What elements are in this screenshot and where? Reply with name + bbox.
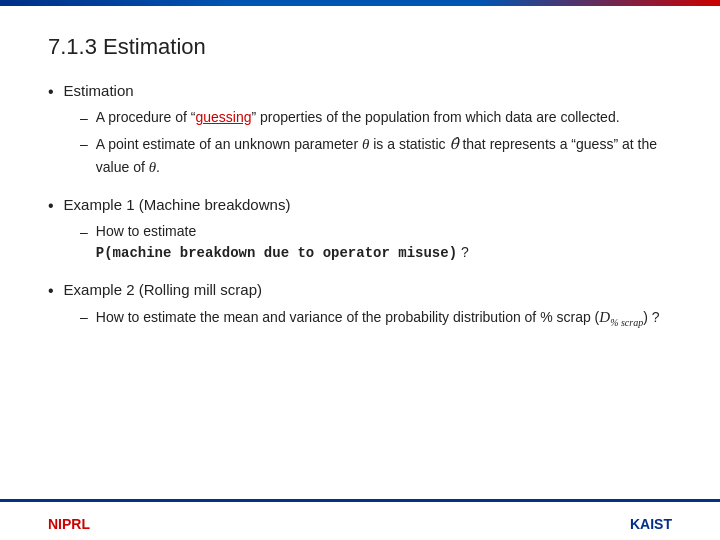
guessing-text: guessing: [195, 109, 251, 125]
slide: 7.1.3 Estimation • Estimation – A proced…: [0, 0, 720, 540]
dash-1a: –: [80, 108, 88, 129]
bullet-label-example1: Example 1 (Machine breakdowns): [64, 196, 291, 213]
bullet-main-example1: • Example 1 (Machine breakdowns): [48, 196, 672, 215]
dash-2a: –: [80, 222, 88, 243]
dash-1b: –: [80, 134, 88, 155]
sub-text-3a: How to estimate the mean and variance of…: [96, 306, 660, 330]
sub-bullet-1b: – A point estimate of an unknown paramet…: [80, 133, 672, 180]
sub-bullets-example2: – How to estimate the mean and variance …: [80, 306, 672, 330]
bullet-section-example2: • Example 2 (Rolling mill scrap) – How t…: [48, 281, 672, 330]
sub-bullet-3a: – How to estimate the mean and variance …: [80, 306, 672, 330]
bullet-dot-1: •: [48, 83, 54, 101]
sub-bullets-estimation: – A procedure of “guessing” properties o…: [80, 107, 672, 180]
content-area: 7.1.3 Estimation • Estimation – A proced…: [0, 6, 720, 356]
bottom-bar: [0, 499, 720, 502]
subscript-scrap: % scrap: [610, 317, 643, 328]
footer: NIPRL KAIST: [0, 516, 720, 532]
theta-hat-symbol: θ̂: [449, 133, 458, 156]
sub-bullets-example1: – How to estimate P(machine breakdown du…: [80, 221, 672, 265]
bullet-main-estimation: • Estimation: [48, 82, 672, 101]
footer-niprl: NIPRL: [48, 516, 90, 532]
sub-text-1a: A procedure of “guessing” properties of …: [96, 107, 620, 129]
sub-text-1b: A point estimate of an unknown parameter…: [96, 133, 672, 180]
bullet-label-estimation: Estimation: [64, 82, 134, 99]
footer-kaist: KAIST: [630, 516, 672, 532]
theta-symbol: θ: [362, 136, 369, 152]
dash-3a: –: [80, 307, 88, 328]
d-symbol: D: [599, 309, 610, 325]
sub-text-2a: How to estimate P(machine breakdown due …: [96, 221, 469, 265]
sub-bullet-2a: – How to estimate P(machine breakdown du…: [80, 221, 672, 265]
bullet-label-example2: Example 2 (Rolling mill scrap): [64, 281, 262, 298]
sub-bullet-1a: – A procedure of “guessing” properties o…: [80, 107, 672, 129]
bullet-main-example2: • Example 2 (Rolling mill scrap): [48, 281, 672, 300]
theta-symbol-2: θ: [149, 159, 156, 175]
bullet-section-example1: • Example 1 (Machine breakdowns) – How t…: [48, 196, 672, 265]
slide-title: 7.1.3 Estimation: [48, 34, 672, 60]
bullet-section-estimation: • Estimation – A procedure of “guessing”…: [48, 82, 672, 180]
formula-machine: P(machine breakdown due to operator misu…: [96, 245, 457, 261]
bullet-dot-3: •: [48, 282, 54, 300]
bullet-dot-2: •: [48, 197, 54, 215]
